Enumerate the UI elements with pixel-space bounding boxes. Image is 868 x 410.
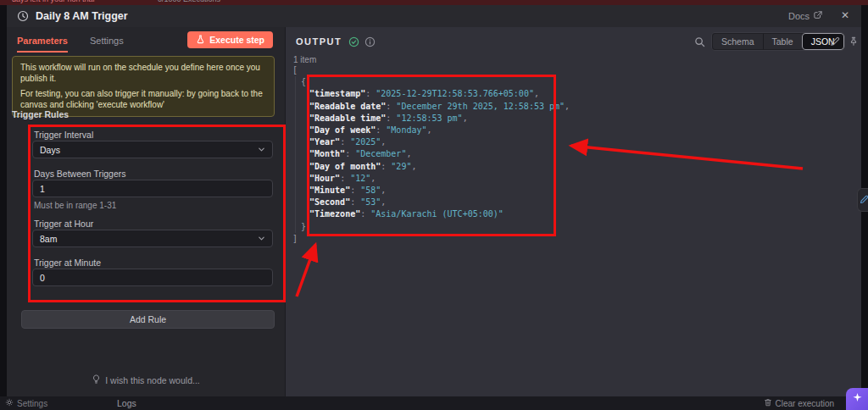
trash-icon (764, 398, 772, 408)
json-line: "Readable time": "12:58:53 pm", (301, 113, 835, 125)
execute-step-button[interactable]: Execute step (187, 31, 273, 48)
app-window: days left in your n8n trial 0/1000 Execu… (0, 0, 868, 410)
notice-line-2: For testing, you can also trigger it man… (20, 89, 266, 110)
trigger-interval-select[interactable]: Days (32, 141, 273, 158)
parameters-panel: Parameters Settings Execute step This wo… (7, 27, 285, 396)
json-array-close: ] (292, 233, 835, 245)
close-icon: ✕ (841, 9, 849, 21)
panel-tabs: Parameters Settings (17, 36, 124, 53)
pin-icon[interactable] (849, 35, 859, 50)
check-circle-icon (348, 36, 359, 51)
view-table-button[interactable]: Table (764, 34, 803, 49)
sparkle-icon (852, 391, 863, 407)
json-array-open: [ (292, 64, 835, 76)
json-entries: "timestamp": "2025-12-29T12:58:53.766+05… (301, 88, 835, 220)
trigger-interval-value: Days (40, 145, 60, 155)
clock-icon (17, 10, 29, 25)
trigger-hour-value: 8am (40, 234, 57, 244)
trigger-interval-label: Trigger Interval (34, 130, 93, 140)
canvas-settings-button[interactable]: Settings (5, 398, 47, 408)
output-title: OUTPUT (296, 36, 342, 47)
trigger-minute-input[interactable] (32, 269, 273, 286)
info-icon[interactable] (364, 36, 376, 51)
notice-line-1: This workflow will run on the schedule y… (20, 63, 266, 84)
search-icon[interactable] (694, 36, 705, 51)
wish-node-text: I wish this node would... (105, 375, 199, 385)
chevron-down-icon (258, 145, 265, 155)
json-line: "Second": "53", (301, 197, 835, 208)
clear-execution-label: Clear execution (776, 399, 834, 408)
clear-execution-button[interactable]: Clear execution (764, 398, 834, 408)
days-range-help: Must be in range 1-31 (34, 201, 116, 210)
json-line: "Day of month": "29", (301, 161, 835, 173)
days-between-label: Days Between Triggers (34, 169, 126, 179)
days-between-input[interactable] (32, 180, 273, 197)
tab-parameters[interactable]: Parameters (17, 36, 68, 53)
external-link-icon (814, 11, 822, 21)
trigger-hour-label: Trigger at Hour (34, 219, 93, 229)
trigger-hour-select[interactable]: 8am (32, 230, 273, 247)
json-body: { "timestamp": "2025-12-29T12:58:53.766+… (295, 76, 835, 233)
docs-label: Docs (788, 11, 810, 21)
add-rule-button[interactable]: Add Rule (21, 310, 275, 329)
bottom-bar: Settings Logs Clear execution (0, 396, 868, 410)
view-schema-button[interactable]: Schema (713, 34, 764, 49)
json-line: "Timezone": "Asia/Karachi (UTC+05:00)" (301, 208, 835, 220)
gear-icon (5, 398, 14, 408)
json-object-open: { (301, 76, 835, 88)
executions-count: 0/1000 Executions (158, 0, 220, 3)
json-line: "Minute": "58", (301, 185, 835, 197)
output-view-switch: Schema Table JSON (711, 32, 845, 51)
wish-node-link[interactable]: I wish this node would... (7, 374, 285, 385)
schedule-notice: This workflow will run on the schedule y… (12, 56, 275, 117)
execute-step-label: Execute step (209, 35, 264, 45)
add-rule-label: Add Rule (130, 314, 166, 324)
trial-message: days left in your n8n trial (12, 0, 95, 3)
trigger-minute-label: Trigger at Minute (34, 258, 101, 268)
chevron-down-icon (258, 234, 265, 244)
pencil-icon[interactable] (830, 35, 840, 50)
close-button[interactable]: ✕ (841, 9, 849, 21)
json-output-view: [ { "timestamp": "2025-12-29T12:58:53.76… (292, 64, 835, 245)
logs-toggle[interactable]: Logs (117, 398, 136, 408)
bulb-icon (92, 374, 101, 385)
json-line: "Day of week": "Monday", (301, 125, 835, 136)
docs-link[interactable]: Docs (788, 11, 822, 21)
node-title: Daily 8 AM Trigger (36, 10, 128, 22)
tab-settings[interactable]: Settings (90, 36, 124, 53)
ai-assistant-button[interactable] (846, 388, 868, 410)
json-line: "timestamp": "2025-12-29T12:58:53.766+05… (301, 88, 835, 100)
json-line: "Readable date": "December 29th 2025, 12… (301, 101, 835, 113)
json-object-close: } (301, 221, 835, 233)
json-line: "Hour": "12", (301, 173, 835, 185)
json-line: "Year": "2025", (301, 136, 835, 148)
item-count: 1 item (293, 55, 316, 64)
node-modal-header: Daily 8 AM Trigger Docs ✕ (7, 5, 861, 28)
json-line: "Month": "December", (301, 148, 835, 160)
canvas-settings-label: Settings (17, 399, 47, 408)
edit-pencil-icon (860, 192, 868, 208)
trigger-rules-label: Trigger Rules (12, 109, 69, 119)
output-panel: OUTPUT Schema Table JSON 1 item [ { "tim… (285, 27, 861, 396)
flask-icon (196, 35, 205, 46)
edge-edit-tab[interactable] (857, 188, 868, 212)
